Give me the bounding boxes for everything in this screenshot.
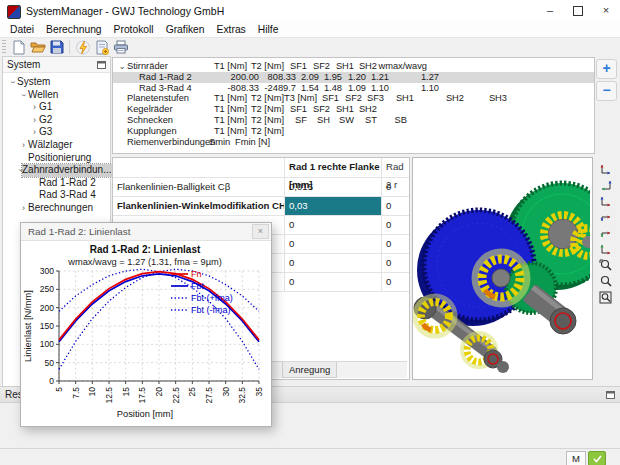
window-close-icon[interactable]: ×: [252, 224, 269, 239]
overview-cell[interactable]: 1.48: [319, 83, 342, 94]
view-xy-button[interactable]: [597, 226, 614, 241]
open-button[interactable]: [28, 39, 47, 56]
zoom-button[interactable]: [597, 274, 614, 289]
overview-cell[interactable]: -2489.7: [259, 83, 296, 94]
overview-cell[interactable]: T1 [Nm]: [209, 61, 247, 72]
overview-cell[interactable]: SF2: [339, 93, 362, 104]
minimize-button[interactable]: –: [536, 0, 564, 21]
overview-cell[interactable]: Fmin [N]: [235, 137, 277, 148]
dock-pin-icon[interactable]: [606, 390, 615, 399]
modification-value-rad1[interactable]: 0: [285, 273, 382, 291]
menu-datei[interactable]: Datei: [4, 22, 40, 37]
chevron-down-icon[interactable]: ›: [6, 78, 19, 87]
tree-item-rad-3-rad-4[interactable]: Rad 3-Rad 4: [3, 189, 110, 202]
gear-3d-view[interactable]: [412, 157, 593, 380]
chevron-right-icon[interactable]: ›: [30, 126, 39, 139]
overview-row-riemenverbindungen[interactable]: RiemenverbindungenSminFmin [N]: [113, 137, 594, 148]
overview-cell[interactable]: SF3: [362, 93, 384, 104]
overview-cell[interactable]: Smin: [209, 137, 235, 148]
chevron-right-icon[interactable]: ›: [30, 114, 39, 127]
zoom-fit-button[interactable]: [597, 290, 614, 305]
modification-value-rad2[interactable]: 0: [382, 216, 409, 234]
overview-cell[interactable]: T2 [Nm]: [247, 115, 284, 126]
col-header-rad2[interactable]: Rad 2 r: [382, 158, 409, 177]
message-button[interactable]: M: [566, 451, 586, 465]
zoom-window-button[interactable]: [597, 258, 614, 273]
linienlast-window-titlebar[interactable]: Rad 1-Rad 2: Linienlast ×: [21, 223, 271, 241]
modification-value-rad2[interactable]: 0: [382, 178, 409, 196]
overview-cell[interactable]: 1.95: [319, 72, 342, 83]
report-button[interactable]: [92, 39, 111, 56]
overview-cell[interactable]: 1.09: [342, 83, 366, 94]
modification-value-rad2[interactable]: 0: [382, 273, 409, 291]
overview-cell[interactable]: T3 [Nm]: [284, 93, 317, 104]
overview-cell[interactable]: T2 [Nm]: [247, 93, 284, 104]
menu-hilfe[interactable]: Hilfe: [252, 22, 285, 37]
menu-berechnung[interactable]: Berechnung: [40, 22, 108, 37]
overview-cell[interactable]: 808.33: [259, 72, 296, 83]
overview-cell[interactable]: SH1: [330, 61, 354, 72]
overview-cell[interactable]: -808.33: [221, 83, 259, 94]
view-zx-button[interactable]: [597, 194, 614, 209]
view-yz-button[interactable]: [597, 162, 614, 177]
tree-item-berechnungen[interactable]: ›Berechnungen: [3, 202, 110, 215]
overview-cell[interactable]: T1 [Nm]: [209, 104, 247, 115]
menu-extras[interactable]: Extras: [211, 22, 252, 37]
zoom-in-button[interactable]: +: [596, 59, 617, 79]
modification-value-rad1[interactable]: 0: [285, 235, 382, 253]
overview-cell[interactable]: 200.00: [221, 72, 259, 83]
overview-cell[interactable]: SH2: [354, 61, 377, 72]
modification-value-rad1[interactable]: 0,015: [285, 178, 382, 196]
view-zy-button[interactable]: [597, 178, 614, 193]
maximize-button[interactable]: [564, 0, 592, 21]
tree-item-system[interactable]: ›System: [3, 76, 110, 89]
modification-value-rad1[interactable]: 0: [285, 216, 382, 234]
overview-cell[interactable]: 1.20: [342, 72, 366, 83]
overview-cell[interactable]: T2 [Nm]: [247, 104, 284, 115]
overview-cell[interactable]: T1 [Nm]: [209, 93, 247, 104]
overview-row-rad-1-rad-2[interactable]: Rad 1-Rad 2200.00808.332.091.951.201.211…: [113, 72, 594, 83]
chevron-right-icon[interactable]: ›: [30, 101, 39, 114]
tree-item-g2[interactable]: ›G2: [3, 114, 110, 127]
overview-cell[interactable]: SF1: [284, 61, 307, 72]
modification-value-rad1[interactable]: 0: [285, 254, 382, 272]
calculate-button[interactable]: [73, 39, 92, 56]
overview-cell[interactable]: SF: [284, 115, 307, 126]
overview-row-kegelr-der[interactable]: KegelräderT1 [Nm]T2 [Nm]SF1SF2SH1SH2: [113, 104, 594, 115]
zoom-out-button[interactable]: −: [596, 81, 617, 101]
overview-cell[interactable]: 1.21: [366, 72, 389, 83]
overview-cell[interactable]: SB: [377, 115, 407, 126]
tree-item-w-lzlager[interactable]: ›Wälzlager: [3, 139, 110, 152]
overview-cell[interactable]: ST: [354, 115, 377, 126]
modification-value-rad2[interactable]: 0: [382, 254, 409, 272]
modification-value-rad2[interactable]: 0: [382, 235, 409, 253]
overview-row-stirnr-der[interactable]: ⌄StirnräderT1 [Nm]T2 [Nm]SF1SF2SH1SH2wma…: [113, 61, 594, 72]
overview-cell[interactable]: SW: [330, 115, 354, 126]
overview-cell[interactable]: 1.27: [389, 72, 439, 83]
chevron-down-icon[interactable]: ⌄: [117, 62, 127, 73]
overview-cell[interactable]: 1.54: [296, 83, 319, 94]
tree-item-positionierung[interactable]: Positionierung: [3, 152, 110, 165]
tree-item-rad-1-rad-2[interactable]: Rad 1-Rad 2: [3, 177, 110, 190]
save-button[interactable]: [47, 39, 66, 56]
dock-pin-icon[interactable]: [97, 60, 106, 69]
chevron-down-icon[interactable]: ›: [14, 169, 27, 172]
overview-row-schnecken[interactable]: SchneckenT1 [Nm]T2 [Nm]SFSHSWSTSB: [113, 115, 594, 126]
overview-cell[interactable]: SH1: [330, 104, 354, 115]
overview-cell[interactable]: 1.10: [389, 83, 439, 94]
new-document-button[interactable]: [9, 39, 28, 56]
tree-item-zahnradverbindun-[interactable]: ›Zahnradverbindun...: [3, 164, 110, 177]
overview-cell[interactable]: SH1: [384, 93, 414, 104]
col-header-rad1[interactable]: Rad 1 rechte Flanke [mm]: [285, 158, 382, 177]
status-ok-button[interactable]: [588, 451, 606, 465]
linienlast-window[interactable]: Rad 1-Rad 2: Linienlast × Rad 1-Rad 2: L…: [20, 222, 272, 427]
menu-grafiken[interactable]: Grafiken: [160, 22, 211, 37]
overview-cell[interactable]: SF2: [307, 61, 330, 72]
overview-cell[interactable]: SH2: [354, 104, 377, 115]
overview-cell[interactable]: T1 [Nm]: [209, 115, 247, 126]
chevron-down-icon[interactable]: ›: [17, 90, 30, 99]
tab-anregung[interactable]: Anregung: [282, 362, 337, 378]
tree-item-wellen[interactable]: ›Wellen: [3, 89, 110, 102]
overview-cell[interactable]: SF1: [317, 93, 339, 104]
modification-value-rad1[interactable]: 0,03: [285, 197, 382, 215]
